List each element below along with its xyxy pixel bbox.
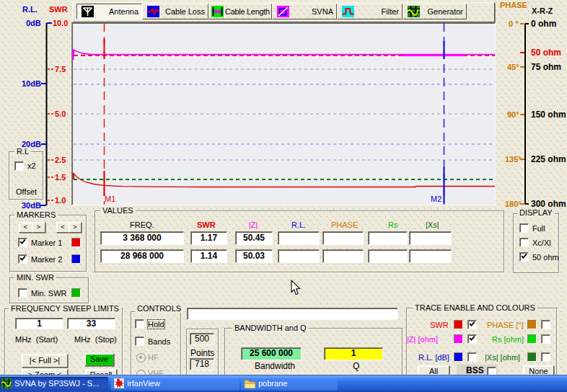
svg-text:M2: M2 [431, 195, 441, 203]
svg-text:M1: M1 [105, 195, 115, 203]
